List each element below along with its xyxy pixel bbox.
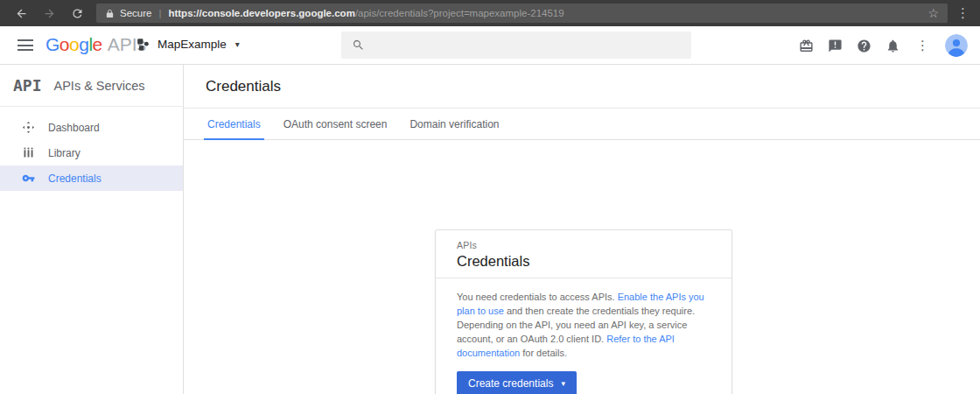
back-icon[interactable] bbox=[12, 4, 30, 22]
card-text-segment: for details. bbox=[520, 348, 567, 358]
sidebar-item-label: Credentials bbox=[48, 172, 102, 185]
logo-letter: g bbox=[79, 34, 88, 54]
url-domain: https://console.developers.google.com bbox=[168, 8, 354, 18]
card-eyebrow: APIs bbox=[457, 240, 710, 250]
refresh-icon[interactable] bbox=[68, 4, 86, 22]
tab-domain-verification[interactable]: Domain verification bbox=[408, 118, 500, 139]
app-bar: GoogleAPIs MapExample ▾ ⋮ bbox=[0, 26, 980, 65]
tab-oauth-consent-screen[interactable]: OAuth consent screen bbox=[282, 118, 389, 139]
logo-letter: o bbox=[69, 34, 79, 54]
chevron-down-icon: ▾ bbox=[235, 39, 240, 49]
search-bar[interactable] bbox=[341, 32, 691, 59]
project-selector[interactable]: MapExample ▾ bbox=[136, 37, 240, 52]
security-label: Secure bbox=[120, 8, 151, 18]
sidebar-item-label: Library bbox=[48, 147, 80, 159]
browser-chrome: Secure | https://console.developers.goog… bbox=[0, 0, 980, 26]
card-text-segment: You need credentials to access APIs. bbox=[457, 292, 618, 302]
logo-letter: o bbox=[60, 34, 69, 54]
project-name: MapExample bbox=[158, 38, 227, 51]
api-logo: API bbox=[13, 76, 42, 95]
tab-credentials[interactable]: Credentials bbox=[206, 118, 262, 139]
appbar-actions: ⋮ bbox=[799, 26, 968, 65]
more-options-icon[interactable]: ⋮ bbox=[914, 38, 931, 53]
dashboard-icon bbox=[22, 121, 35, 134]
main-content: Credentials Credentials OAuth consent sc… bbox=[184, 65, 980, 394]
logo-letter: e bbox=[93, 34, 102, 54]
lock-icon bbox=[105, 9, 115, 18]
gift-icon[interactable] bbox=[799, 39, 814, 53]
search-icon bbox=[352, 39, 365, 52]
credentials-card: APIs Credentials You need credentials to… bbox=[435, 229, 732, 394]
sidebar: API APIs & Services Dashboard Library Cr… bbox=[0, 65, 184, 394]
sidebar-item-label: Dashboard bbox=[48, 122, 100, 134]
hamburger-menu-icon[interactable] bbox=[18, 39, 33, 51]
address-separator: | bbox=[158, 8, 161, 18]
key-icon bbox=[22, 172, 35, 185]
sidebar-header: API APIs & Services bbox=[0, 65, 183, 107]
browser-menu-icon[interactable]: ⋮ bbox=[956, 5, 970, 21]
search-input[interactable] bbox=[374, 39, 681, 52]
page-title: Credentials bbox=[206, 78, 281, 95]
page-header: Credentials bbox=[184, 65, 980, 109]
google-apis-logo[interactable]: GoogleAPIs bbox=[46, 34, 146, 55]
card-header: APIs Credentials bbox=[436, 230, 732, 278]
content-wrap: API APIs & Services Dashboard Library Cr… bbox=[0, 65, 980, 394]
avatar[interactable] bbox=[945, 34, 968, 57]
project-icon bbox=[136, 37, 150, 52]
notifications-bell-icon[interactable] bbox=[886, 39, 900, 53]
card-title: Credentials bbox=[457, 253, 710, 270]
create-credentials-label: Create credentials bbox=[468, 377, 553, 390]
forward-icon[interactable] bbox=[40, 4, 58, 22]
feedback-icon[interactable] bbox=[828, 39, 843, 53]
card-body: You need credentials to access APIs. Ena… bbox=[436, 278, 732, 394]
sidebar-item-credentials[interactable]: Credentials bbox=[0, 165, 183, 191]
address-bar[interactable]: Secure | https://console.developers.goog… bbox=[96, 4, 948, 23]
logo-letter: G bbox=[46, 34, 60, 54]
sidebar-nav: Dashboard Library Credentials bbox=[0, 107, 183, 191]
library-icon bbox=[22, 146, 35, 159]
url-text: https://console.developers.google.com/ap… bbox=[168, 8, 564, 18]
chevron-down-icon: ▾ bbox=[561, 379, 565, 388]
create-credentials-button[interactable]: Create credentials ▾ bbox=[457, 371, 577, 394]
sidebar-item-dashboard[interactable]: Dashboard bbox=[0, 115, 183, 140]
bookmark-star-icon[interactable]: ☆ bbox=[920, 6, 939, 20]
card-text: You need credentials to access APIs. Ena… bbox=[457, 290, 710, 360]
tab-bar: Credentials OAuth consent screen Domain … bbox=[184, 109, 980, 140]
sidebar-title: APIs & Services bbox=[54, 79, 145, 93]
url-path: /apis/credentials?project=mapexample-214… bbox=[355, 8, 564, 18]
sidebar-item-library[interactable]: Library bbox=[0, 140, 183, 165]
help-icon[interactable] bbox=[857, 39, 872, 53]
